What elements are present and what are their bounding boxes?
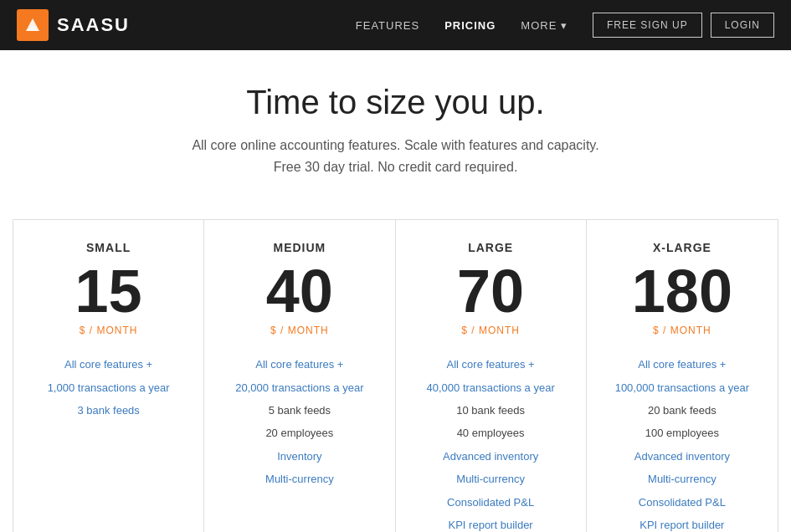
feature-item: Multi-currency	[599, 468, 765, 490]
logo: SAASU	[17, 9, 130, 41]
logo-icon	[17, 9, 49, 41]
plan-price: 70	[457, 261, 524, 321]
hero-subtitle1: All core online accounting features. Sca…	[17, 135, 774, 156]
feature-item: 10 bank feeds	[408, 399, 573, 422]
feature-item: 40 employees	[408, 422, 573, 444]
pricing-section: SMALL15$ / MONTHAll core features +1,000…	[0, 202, 791, 532]
feature-item: Inventory	[217, 445, 382, 468]
nav-features[interactable]: FEATURES	[356, 19, 419, 32]
feature-item: 5 bank feeds	[217, 399, 382, 422]
plan-name: MEDIUM	[273, 241, 326, 254]
plan-price: 40	[266, 261, 333, 321]
feature-item: 20 bank feeds	[599, 399, 765, 422]
feature-item: Advanced inventory	[599, 445, 765, 468]
hero-section: Time to size you up. All core online acc…	[0, 50, 791, 202]
hero-title: Time to size you up.	[17, 84, 774, 121]
feature-item: Multi-currency	[408, 468, 573, 490]
header: SAASU FEATURES PRICING MORE ▾ FREE SIGN …	[0, 0, 791, 50]
main-nav: FEATURES PRICING MORE ▾	[356, 19, 568, 32]
features-list: All core features +40,000 transactions a…	[408, 353, 573, 532]
features-list: All core features +1,000 transactions a …	[26, 353, 191, 422]
pricing-col-large: LARGE70$ / MONTHAll core features +40,00…	[396, 220, 587, 532]
nav-pricing[interactable]: PRICING	[444, 19, 496, 32]
plan-price: 180	[632, 261, 732, 321]
feature-item: 40,000 transactions a year	[408, 376, 573, 399]
plan-price: 15	[75, 261, 142, 321]
pricing-col-xlarge: X-LARGE180$ / MONTHAll core features +10…	[587, 220, 778, 532]
feature-item: 100,000 transactions a year	[599, 376, 765, 399]
plan-name: X-LARGE	[653, 241, 711, 254]
plan-name: SMALL	[86, 241, 131, 254]
feature-item: All core features +	[26, 353, 191, 376]
pricing-col-medium: MEDIUM40$ / MONTHAll core features +20,0…	[204, 220, 395, 532]
feature-item: 3 bank feeds	[26, 399, 191, 422]
plan-name: LARGE	[468, 241, 513, 254]
feature-item: All core features +	[408, 353, 573, 376]
feature-item: 20,000 transactions a year	[217, 376, 382, 399]
login-button[interactable]: LOGIN	[711, 13, 774, 38]
feature-item: Advanced inventory	[408, 445, 573, 468]
feature-item: 1,000 transactions a year	[26, 376, 191, 399]
feature-item: KPI report builder	[408, 514, 573, 532]
feature-item: 20 employees	[217, 422, 382, 444]
plan-period: $ / MONTH	[80, 325, 138, 336]
feature-item: KPI report builder	[599, 514, 765, 532]
feature-item: Consolidated P&L	[599, 491, 765, 514]
plan-period: $ / MONTH	[461, 325, 520, 336]
plan-period: $ / MONTH	[270, 325, 329, 336]
logo-text: SAASU	[57, 14, 130, 36]
plan-period: $ / MONTH	[653, 325, 711, 336]
features-list: All core features +100,000 transactions …	[599, 353, 765, 532]
feature-item: Multi-currency	[217, 468, 382, 490]
feature-item: Consolidated P&L	[408, 491, 573, 514]
pricing-grid: SMALL15$ / MONTHAll core features +1,000…	[13, 219, 778, 532]
feature-item: All core features +	[217, 353, 382, 376]
features-list: All core features +20,000 transactions a…	[217, 353, 382, 490]
hero-subtitle2: Free 30 day trial. No credit card requir…	[17, 156, 774, 178]
feature-item: 100 employees	[599, 422, 765, 444]
pricing-col-small: SMALL15$ / MONTHAll core features +1,000…	[13, 220, 204, 532]
feature-item: All core features +	[599, 353, 765, 376]
nav-more[interactable]: MORE ▾	[521, 19, 568, 32]
free-signup-button[interactable]: FREE SIGN UP	[593, 13, 702, 38]
header-buttons: FREE SIGN UP LOGIN	[593, 13, 774, 38]
